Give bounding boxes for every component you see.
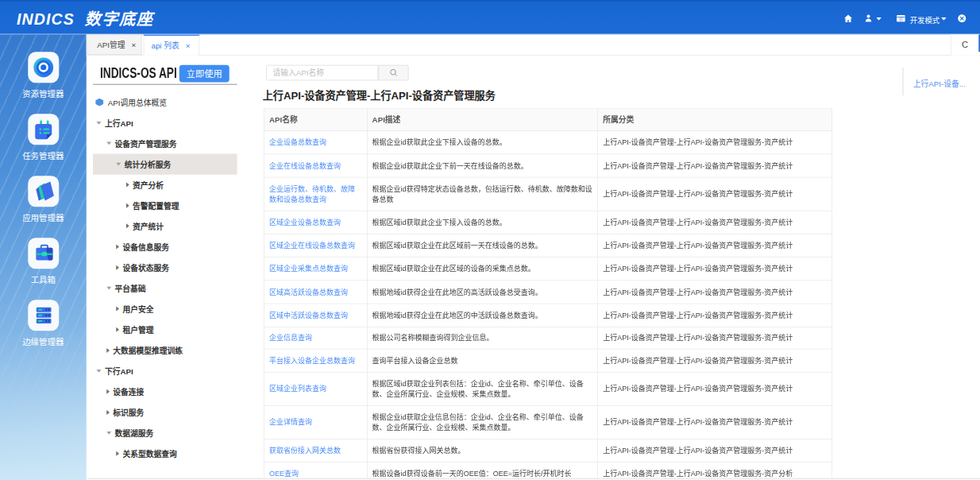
svg-text:(/): (/) <box>899 17 903 21</box>
